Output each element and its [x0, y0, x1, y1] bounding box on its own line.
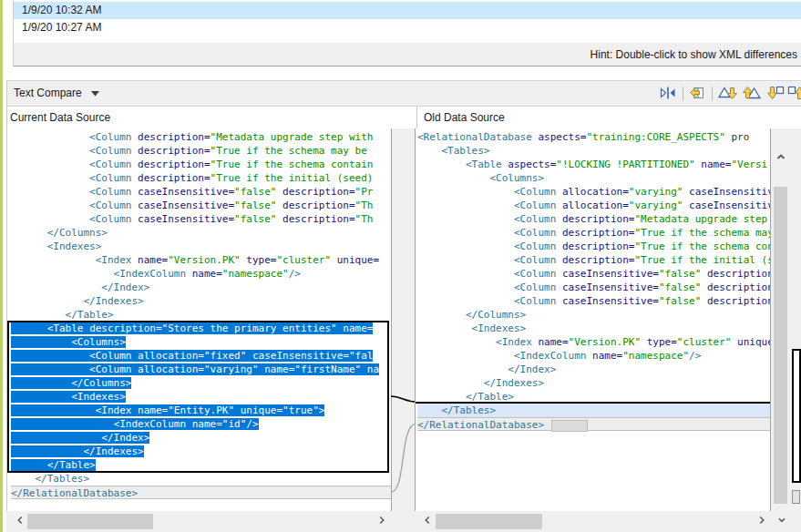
right-pane-scroll-right-button[interactable]: [754, 513, 769, 529]
code-line: <Indexes>: [417, 322, 770, 335]
previous-difference-button[interactable]: [741, 86, 763, 102]
overview-current-diff-marker[interactable]: [792, 349, 801, 483]
next-change-icon: [766, 86, 785, 100]
previous-change-button[interactable]: [787, 86, 801, 102]
toolbar-separator: [683, 87, 683, 100]
code-line: <Column description="True if the schema …: [11, 158, 391, 171]
code-line: </Columns>: [11, 226, 391, 240]
chevron-right-icon: [375, 514, 388, 527]
toolbar-separator: [712, 87, 713, 100]
code-line: <Indexes>: [11, 240, 391, 253]
code-line: </Columns>: [11, 376, 391, 390]
vertical-scrollbar-thumb[interactable]: [774, 187, 787, 504]
code-line: </Indexes>: [11, 294, 391, 308]
code-line: </Tables>: [417, 404, 770, 417]
revision-list: 1/9/20 10:32 AM1/9/20 10:27 AM: [14, 2, 801, 36]
code-line: </Tables>: [11, 472, 391, 486]
code-lines-right: <RelationalDatabase aspects="training:CO…: [417, 130, 770, 431]
next-difference-button[interactable]: [717, 86, 739, 102]
code-line: </RelationalDatabase>: [417, 417, 770, 431]
code-line: </Table>: [11, 308, 391, 322]
hint-bar: Hint: Double-click to show XML differenc…: [14, 43, 801, 66]
code-line: <Column caseInsensitive="false" descript…: [11, 199, 391, 212]
bottom-scrollbar-row: [6, 511, 801, 532]
code-line: <Column caseInsensitive="false" descript…: [417, 294, 770, 308]
code-line: </Index>: [417, 363, 770, 376]
code-line: <RelationalDatabase aspects="training:CO…: [417, 130, 770, 144]
diff-connector-curves: [391, 128, 416, 511]
swap-left-right-icon: [659, 86, 677, 100]
code-line: </Table>: [11, 458, 391, 472]
code-line: <Column description="True if the schema …: [417, 240, 770, 253]
scroll-up-button[interactable]: [771, 148, 791, 167]
code-pane-current[interactable]: <Column description="Metadata upgrade st…: [7, 128, 392, 511]
code-line: <Column allocation="varying" caseInsensi…: [417, 185, 770, 199]
compare-editor-window: 1/9/20 10:32 AM1/9/20 10:27 AM Hint: Dou…: [0, 0, 801, 532]
overview-other-diff-marker[interactable]: [792, 490, 800, 504]
code-line: <Column description="Metadata upgrade st…: [417, 212, 770, 226]
copy-all-right-to-left-icon: [689, 86, 705, 100]
compare-toolbar: Text Compare: [7, 81, 801, 107]
previous-change-icon: [787, 86, 801, 100]
left-pane-hscroll-thumb[interactable]: [27, 514, 153, 529]
code-line: <Column caseInsensitive="false" descript…: [417, 281, 770, 294]
code-line: <Table description="Stores the primary e…: [11, 322, 391, 335]
code-line: <Column description="True if the initial…: [417, 253, 770, 267]
left-pane-scroll-left-button[interactable]: [12, 513, 27, 529]
next-difference-icon: [718, 86, 738, 100]
code-line: <Index name="Entity.PK" unique="true">: [11, 404, 391, 417]
code-pane-old[interactable]: <RelationalDatabase aspects="training:CO…: [415, 128, 771, 511]
scroll-down-button[interactable]: [773, 513, 791, 529]
left-pane-scroll-right-button[interactable]: [374, 513, 389, 529]
code-line: </Index>: [11, 281, 391, 294]
chevron-up-icon: [774, 149, 788, 164]
right-pane-hscroll-thumb[interactable]: [436, 514, 542, 529]
code-line: <Column caseInsensitive="false" descript…: [11, 185, 391, 199]
code-line: </Indexes>: [11, 445, 391, 458]
copy-all-right-to-left-button[interactable]: [688, 86, 706, 102]
code-line: <Column description="True if the schema …: [11, 144, 391, 158]
code-line: </Index>: [11, 431, 391, 445]
code-line: </Columns>: [417, 308, 770, 322]
previous-difference-icon: [742, 86, 762, 100]
code-line: <Columns>: [417, 171, 770, 185]
code-line: </Indexes>: [417, 376, 770, 390]
code-line: <Table aspects="!LOCKING !PARTITIONED" n…: [417, 158, 770, 171]
vertical-scrollbar[interactable]: [771, 128, 791, 511]
code-line: <Index name="Version.PK" type="cluster" …: [11, 253, 391, 267]
swap-panes-button[interactable]: [657, 86, 679, 102]
code-line: <IndexColumn name="namespace"/>: [417, 349, 770, 363]
revision-row[interactable]: 1/9/20 10:32 AM: [14, 2, 801, 19]
right-pane-title: Old Data Source: [416, 107, 801, 128]
code-line: </RelationalDatabase>: [11, 486, 391, 499]
code-line: <Column description="True if the initial…: [11, 171, 391, 185]
empty-range-marker: [551, 420, 588, 432]
code-line: <IndexColumn name="id"/>: [11, 417, 391, 431]
code-line: <Indexes>: [11, 390, 391, 404]
window-edge-strip: [0, 0, 3, 532]
chevron-down-icon: [775, 514, 788, 527]
code-line: </Table>: [417, 390, 770, 404]
code-line: <Column caseInsensitive="false" descript…: [417, 267, 770, 281]
code-line: <IndexColumn name="namespace"/>: [11, 267, 391, 281]
chevron-down-icon[interactable]: [91, 91, 99, 97]
code-line: <Column allocation="varying" name="first…: [11, 363, 391, 376]
code-line: <Columns>: [11, 335, 391, 349]
right-pane-scroll-left-button[interactable]: [419, 513, 435, 529]
compare-mode-dropdown[interactable]: Text Compare: [14, 81, 82, 106]
chevron-right-icon: [755, 514, 768, 527]
revision-row[interactable]: 1/9/20 10:27 AM: [14, 19, 801, 36]
code-line: <Column description="True if the schema …: [417, 226, 770, 240]
code-line: <Column caseInsensitive="false" descript…: [11, 212, 391, 226]
next-change-button[interactable]: [765, 86, 786, 102]
code-line: <Column allocation="fixed" caseInsensiti…: [11, 349, 391, 363]
left-pane-title: Current Data Source: [7, 107, 418, 128]
diff-overview-ruler[interactable]: [791, 128, 801, 511]
code-line: <Index name="Version.PK" type="cluster" …: [417, 335, 770, 349]
code-line: <Tables>: [417, 144, 770, 158]
chevron-left-icon: [421, 514, 434, 527]
code-line: <Column allocation="varying" caseInsensi…: [417, 199, 770, 212]
code-line: <Column description="Metadata upgrade st…: [11, 130, 391, 144]
code-lines-left: <Column description="Metadata upgrade st…: [11, 130, 391, 499]
chevron-left-icon: [14, 514, 26, 527]
